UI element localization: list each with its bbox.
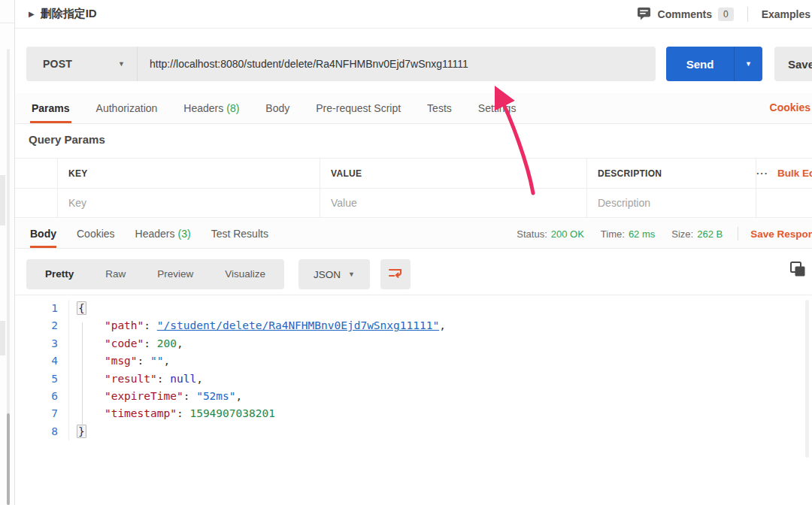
sidebar-edge xyxy=(0,0,15,505)
code-line: 7 "timestamp": 1594907038201 xyxy=(15,405,812,422)
line-number: 7 xyxy=(15,405,69,422)
tab-body[interactable]: Body xyxy=(264,93,291,123)
headers-count: (8) xyxy=(226,102,239,114)
comments-count-badge: 0 xyxy=(718,8,734,21)
key-column-header: KEY xyxy=(57,159,320,188)
view-preview[interactable]: Preview xyxy=(141,259,209,289)
query-params-title: Query Params xyxy=(29,133,105,146)
send-button[interactable]: Send ▼ xyxy=(666,47,762,81)
tab-authorization[interactable]: Authorization xyxy=(95,93,159,123)
wrap-text-button[interactable] xyxy=(380,259,411,289)
url-combo: POST ▼ http://localhost:8080/student/del… xyxy=(26,47,656,81)
save-button[interactable]: Save xyxy=(774,47,812,81)
table-row: Key Value Description xyxy=(15,188,812,218)
key-input[interactable]: Key xyxy=(57,189,320,217)
request-panel: ▶ 删除指定ID Comments 0 Examples POST ▼ xyxy=(15,0,812,505)
request-header-bar: ▶ 删除指定ID Comments 0 Examples xyxy=(15,0,812,29)
code-line: 4 "msg": "", xyxy=(15,352,812,370)
query-params-section: Query Params KEY VALUE DESCRIPTION ··· B… xyxy=(15,124,812,219)
examples-button[interactable]: Examples xyxy=(762,8,810,20)
line-content: { xyxy=(69,300,86,317)
line-content: "msg": "", xyxy=(69,352,170,370)
query-params-table: KEY VALUE DESCRIPTION ··· Bulk Edit Key … xyxy=(15,158,812,218)
view-raw[interactable]: Raw xyxy=(89,259,141,289)
size-value: 262 B xyxy=(697,228,723,240)
row-checkbox-cell[interactable] xyxy=(15,189,57,217)
save-label: Save xyxy=(788,58,812,71)
line-number: 2 xyxy=(15,317,69,334)
send-options-caret[interactable]: ▼ xyxy=(734,47,762,81)
more-options-icon[interactable]: ··· xyxy=(756,168,768,179)
indent-guide xyxy=(82,322,83,428)
checkbox-column-header xyxy=(15,159,57,188)
sidebar-scrollbar-thumb[interactable] xyxy=(7,413,10,505)
tab-tests[interactable]: Tests xyxy=(426,93,453,123)
tab-response-body[interactable]: Body xyxy=(30,219,56,248)
line-number: 8 xyxy=(15,423,69,440)
meta-divider xyxy=(738,227,738,240)
header-actions: Comments 0 Examples xyxy=(638,7,812,22)
send-label[interactable]: Send xyxy=(666,47,734,81)
header-divider xyxy=(747,7,748,22)
tab-test-results[interactable]: Test Results xyxy=(211,219,268,248)
tab-params[interactable]: Params xyxy=(30,93,71,123)
value-column-header: VALUE xyxy=(320,159,586,188)
chevron-down-icon: ▼ xyxy=(348,271,355,278)
line-content: "expireTime": "52ms", xyxy=(69,388,242,405)
code-line: 2 "path": "/student/delete/Ra4NFHMBnv0Ej… xyxy=(15,317,812,334)
response-body-editor[interactable]: 1{2 "path": "/student/delete/Ra4NFHMBnv0… xyxy=(15,295,812,505)
request-title: 删除指定ID xyxy=(41,7,97,21)
tab-pre-request-script[interactable]: Pre-request Script xyxy=(314,93,402,123)
description-input[interactable]: Description xyxy=(586,189,756,217)
response-meta: Status: 200 OK Time: 62 ms Size: 262 B S… xyxy=(500,219,812,248)
view-switcher: Pretty Raw Preview Visualize xyxy=(26,259,284,289)
editor-scrollbar[interactable] xyxy=(805,300,809,458)
request-tabs-bar: Params Authorization Headers(8) Body Pre… xyxy=(15,93,812,124)
sidebar-item-fragment xyxy=(0,321,5,355)
line-content: "code": 200, xyxy=(69,335,183,352)
code-line: 6 "expireTime": "52ms", xyxy=(15,388,812,405)
format-label: JSON xyxy=(314,269,341,280)
table-header-row: KEY VALUE DESCRIPTION ··· Bulk Edit xyxy=(15,158,812,188)
code-line: 3 "code": 200, xyxy=(15,335,812,352)
params-actions: ··· Bulk Edit xyxy=(756,159,812,188)
time-indicator: Time: 62 ms xyxy=(601,228,655,240)
description-column-header: DESCRIPTION xyxy=(586,159,756,188)
wrap-text-icon xyxy=(388,267,403,282)
response-toolbar: Pretty Raw Preview Visualize JSON ▼ xyxy=(15,249,812,295)
line-number: 5 xyxy=(15,370,69,388)
view-visualize[interactable]: Visualize xyxy=(209,259,281,289)
save-response-button[interactable]: Save Response xyxy=(750,228,812,240)
chevron-down-icon: ▼ xyxy=(745,60,752,68)
request-tabs: Params Authorization Headers(8) Body Pre… xyxy=(30,93,541,123)
line-content: "result": null, xyxy=(69,370,203,388)
line-number: 6 xyxy=(15,388,69,405)
sidebar-item-fragment xyxy=(0,175,5,225)
tab-headers[interactable]: Headers(8) xyxy=(182,93,241,123)
chevron-down-icon: ▼ xyxy=(118,60,125,68)
response-headers-count: (3) xyxy=(178,228,191,240)
collapse-caret-icon[interactable]: ▶ xyxy=(29,10,35,18)
method-label: POST xyxy=(43,58,72,70)
comments-button[interactable]: Comments 0 xyxy=(638,8,734,21)
sidebar-divider xyxy=(0,23,15,23)
status-indicator: Status: 200 OK xyxy=(517,228,584,240)
url-input[interactable]: http://localhost:8080/student/delete/Ra4… xyxy=(138,47,656,81)
response-header-bar: Body Cookies Headers(3) Test Results Sta… xyxy=(15,219,812,249)
line-content: "timestamp": 1594907038201 xyxy=(69,405,275,422)
code-line: 1{ xyxy=(15,300,812,317)
view-pretty[interactable]: Pretty xyxy=(29,259,89,289)
tab-response-cookies[interactable]: Cookies xyxy=(77,219,115,248)
tab-settings[interactable]: Settings xyxy=(477,93,518,123)
cookies-link[interactable]: Cookies xyxy=(770,93,810,122)
format-select[interactable]: JSON ▼ xyxy=(298,259,370,289)
tab-response-headers[interactable]: Headers(3) xyxy=(135,219,191,248)
line-number: 1 xyxy=(15,300,69,317)
value-input[interactable]: Value xyxy=(320,189,586,217)
code-line: 8} xyxy=(15,423,812,440)
method-select[interactable]: POST ▼ xyxy=(26,47,138,81)
code-lines: 1{2 "path": "/student/delete/Ra4NFHMBnv0… xyxy=(15,300,812,440)
row-actions xyxy=(756,189,812,217)
bulk-edit-button[interactable]: Bulk Edit xyxy=(777,168,812,179)
copy-response-button[interactable] xyxy=(789,261,807,279)
